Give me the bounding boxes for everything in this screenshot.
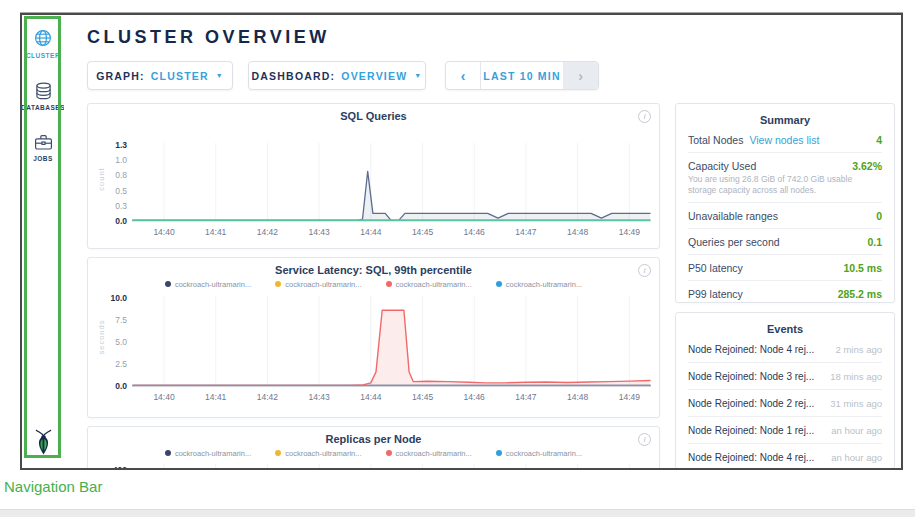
y-tick-label: 10.0 bbox=[110, 293, 127, 303]
event-time: an hour ago bbox=[831, 452, 882, 463]
y-axis-label bbox=[96, 460, 106, 470]
legend-item[interactable]: cockroach-ultramarin... bbox=[275, 279, 361, 289]
y-axis-ticks: 0.02.55.07.510.0 bbox=[106, 292, 132, 404]
svg-text:14:44: 14:44 bbox=[360, 227, 382, 237]
svg-text:14:47: 14:47 bbox=[515, 227, 537, 237]
summary-row-value: 285.2 ms bbox=[838, 288, 882, 300]
svg-text:14:48: 14:48 bbox=[567, 227, 589, 237]
time-range-prev-button[interactable]: ‹ bbox=[446, 62, 481, 89]
legend-label: cockroach-ultramarin... bbox=[285, 449, 361, 458]
summary-row: Capacity Used3.62%You are using 26.8 GiB… bbox=[688, 153, 882, 203]
summary-title: Summary bbox=[688, 114, 882, 126]
graph-dropdown[interactable]: GRAPH: CLUSTER ▼ bbox=[87, 61, 233, 90]
legend-item[interactable]: cockroach-ultramarin... bbox=[165, 279, 251, 289]
legend-item[interactable]: cockroach-ultramarin... bbox=[386, 448, 472, 458]
legend-label: cockroach-ultramarin... bbox=[285, 280, 361, 289]
summary-row-label: P50 latency bbox=[688, 262, 743, 274]
navigation-bar: CLUSTER DATABASES bbox=[22, 15, 64, 468]
summary-row-value: 0 bbox=[876, 210, 882, 222]
summary-row: P99 latency285.2 ms bbox=[688, 281, 882, 303]
svg-text:14:40: 14:40 bbox=[153, 227, 175, 237]
event-text: Node Rejoined: Node 3 rej... bbox=[688, 371, 814, 382]
chart-legend: cockroach-ultramarin...cockroach-ultrama… bbox=[96, 279, 651, 289]
graph-dropdown-value: CLUSTER bbox=[151, 70, 209, 82]
chart-title: Replicas per Node bbox=[96, 433, 651, 446]
sidebar-item-databases[interactable]: DATABASES bbox=[22, 82, 64, 111]
replicas-per-node-chart-card: Replicas per Node i cockroach-ultramarin… bbox=[87, 426, 660, 470]
info-icon[interactable]: i bbox=[638, 433, 651, 446]
svg-text:14:48: 14:48 bbox=[567, 392, 589, 402]
chart-title: Service Latency: SQL, 99th percentile bbox=[96, 264, 651, 277]
summary-row-label: Queries per second bbox=[688, 236, 780, 248]
view-nodes-list-link[interactable]: View nodes list bbox=[749, 134, 819, 146]
legend-label: cockroach-ultramarin... bbox=[175, 280, 251, 289]
legend-dot-icon bbox=[496, 281, 502, 287]
y-tick-label: 2.5 bbox=[115, 359, 127, 369]
event-time: an hour ago bbox=[831, 425, 882, 436]
legend-item[interactable]: cockroach-ultramarin... bbox=[496, 448, 582, 458]
time-range-selector: ‹ LAST 10 MIN › bbox=[445, 61, 599, 90]
svg-text:14:41: 14:41 bbox=[205, 392, 227, 402]
chevron-down-icon: ▼ bbox=[414, 72, 422, 79]
dashboard-dropdown[interactable]: DASHBOARD: OVERVIEW ▼ bbox=[248, 61, 426, 90]
event-text: Node Rejoined: Node 1 rej... bbox=[688, 425, 814, 436]
events-panel: Events Node Rejoined: Node 4 rej...2 min… bbox=[675, 312, 895, 469]
svg-text:14:43: 14:43 bbox=[308, 392, 330, 402]
sidebar-item-cluster[interactable]: CLUSTER bbox=[22, 28, 64, 59]
legend-dot-icon bbox=[275, 281, 281, 287]
y-axis-label: count bbox=[96, 139, 106, 239]
time-range-label[interactable]: LAST 10 MIN bbox=[481, 62, 563, 89]
chart-plot: 14:4014:4114:4214:4314:4414:4514:4614:47… bbox=[132, 460, 651, 470]
summary-row-description: You are using 26.8 GiB of 742.0 GiB usab… bbox=[688, 174, 882, 196]
legend-dot-icon bbox=[275, 450, 281, 456]
info-icon[interactable]: i bbox=[638, 264, 651, 277]
legend-item[interactable]: cockroach-ultramarin... bbox=[496, 279, 582, 289]
y-tick-label: 1.3 bbox=[115, 140, 127, 150]
summary-row: P50 latency10.5 ms bbox=[688, 255, 882, 281]
sidebar-item-label: DATABASES bbox=[21, 104, 65, 111]
legend-item[interactable]: cockroach-ultramarin... bbox=[165, 448, 251, 458]
events-title: Events bbox=[688, 323, 882, 335]
y-axis-label: seconds bbox=[96, 292, 106, 404]
main-content: CLUSTER OVERVIEW GRAPH: CLUSTER ▼ DASHBO… bbox=[64, 15, 901, 468]
sidebar-item-jobs[interactable]: JOBS bbox=[22, 134, 64, 162]
side-column: Summary Total NodesView nodes list4Capac… bbox=[675, 103, 895, 470]
legend-dot-icon bbox=[165, 281, 171, 287]
info-icon[interactable]: i bbox=[638, 110, 651, 123]
svg-text:14:44: 14:44 bbox=[360, 392, 382, 402]
briefcase-icon bbox=[34, 134, 53, 151]
svg-text:14:40: 14:40 bbox=[153, 392, 175, 402]
svg-text:14:49: 14:49 bbox=[619, 392, 641, 402]
content-row: SQL Queries i count 0.00.30.50.81.01.3 1… bbox=[87, 103, 901, 470]
summary-row: Queries per second0.1 bbox=[688, 229, 882, 255]
event-time: 31 mins ago bbox=[830, 398, 882, 409]
y-tick-label: 0.3 bbox=[115, 201, 127, 211]
dashboard-dropdown-label: DASHBOARD: bbox=[252, 70, 336, 82]
legend-dot-icon bbox=[496, 450, 502, 456]
databases-icon bbox=[35, 82, 52, 100]
summary-row-label: P99 latency bbox=[688, 288, 743, 300]
svg-text:14:47: 14:47 bbox=[515, 392, 537, 402]
y-tick-label: 7.5 bbox=[115, 315, 127, 325]
summary-row-value: 3.62% bbox=[852, 160, 882, 172]
graph-dropdown-label: GRAPH: bbox=[96, 70, 145, 82]
cockroachdb-logo[interactable] bbox=[22, 429, 64, 455]
bottom-strip bbox=[0, 509, 915, 517]
chart-plot: 14:4014:4114:4214:4314:4414:4514:4614:47… bbox=[132, 139, 651, 239]
service-latency-chart-card: Service Latency: SQL, 99th percentile i … bbox=[87, 257, 660, 418]
navigation-bar-annotation-label: Navigation Bar bbox=[4, 478, 102, 495]
y-tick-label: 400 bbox=[113, 465, 127, 470]
svg-text:14:45: 14:45 bbox=[412, 392, 434, 402]
legend-item[interactable]: cockroach-ultramarin... bbox=[386, 279, 472, 289]
legend-item[interactable]: cockroach-ultramarin... bbox=[275, 448, 361, 458]
summary-row-label: Unavailable ranges bbox=[688, 210, 778, 222]
legend-dot-icon bbox=[386, 281, 392, 287]
event-text: Node Rejoined: Node 4 rej... bbox=[688, 344, 814, 355]
legend-label: cockroach-ultramarin... bbox=[506, 280, 582, 289]
y-tick-label: 0.8 bbox=[115, 170, 127, 180]
svg-text:14:46: 14:46 bbox=[464, 392, 486, 402]
time-range-next-button[interactable]: › bbox=[563, 62, 598, 89]
summary-panel: Summary Total NodesView nodes list4Capac… bbox=[675, 103, 895, 303]
event-text: Node Rejoined: Node 4 rej... bbox=[688, 452, 814, 463]
controls-row: GRAPH: CLUSTER ▼ DASHBOARD: OVERVIEW ▼ ‹… bbox=[87, 61, 901, 90]
